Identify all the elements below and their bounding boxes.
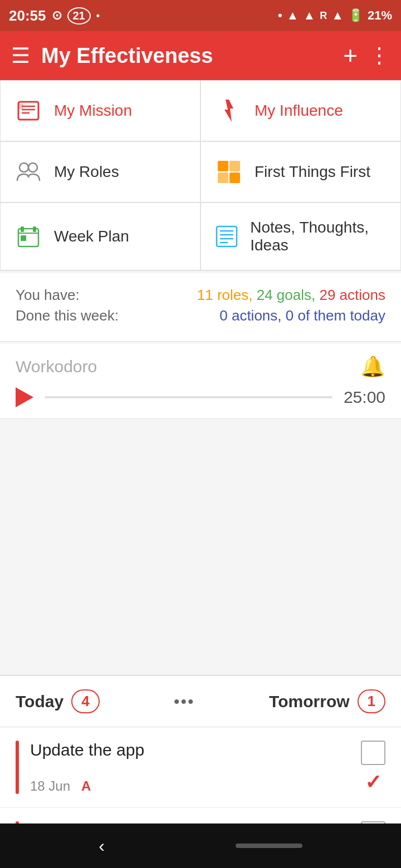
done-actions: 0 actions, <box>219 307 281 324</box>
stats-row-done: Done this week: 0 actions, 0 of them tod… <box>16 307 385 324</box>
bell-icon[interactable]: 🔔 <box>360 355 385 378</box>
add-button-icon[interactable]: + <box>343 42 358 70</box>
home-pill[interactable] <box>236 844 302 848</box>
svg-rect-8 <box>218 161 228 171</box>
my-mission-label: My Mission <box>54 102 132 120</box>
svg-rect-11 <box>229 172 240 183</box>
status-bar-right: • ▲ ▲ R ▲ 🔋 21% <box>278 8 392 23</box>
hamburger-menu-icon[interactable]: ☰ <box>11 43 30 68</box>
status-time: 20:55 <box>9 7 46 24</box>
done-this-week-label: Done this week: <box>16 307 119 324</box>
menu-item-my-influence[interactable]: My Influence <box>200 80 401 141</box>
tomorrow-tab[interactable]: Tomorrow 1 <box>269 689 385 713</box>
task-priority-bar <box>16 741 19 794</box>
battery-percent: 21% <box>368 8 392 23</box>
status-notification-badge: 21 <box>67 7 91 24</box>
stats-section: You have: 11 roles, 24 goals, 29 actions… <box>0 273 401 342</box>
menu-item-notes[interactable]: Notes, Thoughts, Ideas <box>200 203 401 270</box>
svg-rect-16 <box>21 235 26 241</box>
notes-icon <box>214 222 239 251</box>
status-dot: • <box>96 10 100 22</box>
today-count-badge: 4 <box>71 689 99 713</box>
workodoro-section: Workodoro 🔔 25:00 <box>0 344 401 419</box>
menu-item-my-roles[interactable]: My Roles <box>0 141 200 203</box>
svg-rect-14 <box>21 226 24 232</box>
my-influence-icon <box>214 96 243 125</box>
week-plan-icon <box>14 222 43 251</box>
tomorrow-count-badge: 1 <box>358 689 385 713</box>
task-tag: A <box>81 778 91 794</box>
workodoro-title: Workodoro <box>16 357 97 376</box>
back-button[interactable]: ‹ <box>99 836 105 856</box>
progress-bar <box>45 396 332 398</box>
svg-rect-17 <box>217 226 237 246</box>
svg-point-6 <box>19 163 28 172</box>
my-roles-label: My Roles <box>54 163 119 181</box>
task-meta: 18 Jun A <box>30 778 350 794</box>
svg-rect-4 <box>18 103 23 109</box>
first-things-first-icon <box>214 157 243 186</box>
roles-count: 11 roles, <box>197 287 253 303</box>
timer-value: 25:00 <box>344 388 385 407</box>
svg-rect-10 <box>218 172 228 183</box>
table-row: Update the app 18 Jun A ✓ <box>0 727 401 808</box>
my-influence-label: My Influence <box>255 102 343 120</box>
task-right-actions: ✓ <box>361 741 385 794</box>
menu-item-my-mission[interactable]: My Mission <box>0 80 200 141</box>
dots-menu-icon[interactable]: ••• <box>174 692 195 711</box>
you-have-label: You have: <box>16 287 80 304</box>
svg-point-7 <box>28 163 37 172</box>
workodoro-header: Workodoro 🔔 <box>16 355 385 378</box>
stats-values-row1: 11 roles, 24 goals, 29 actions <box>197 287 385 304</box>
menu-item-first-things-first[interactable]: First Things First <box>200 141 401 203</box>
task-date: 18 Jun <box>30 778 70 794</box>
status-bar-left: 20:55 ⊙ 21 • <box>9 7 100 24</box>
menu-grid: My Mission My Influence My Roles <box>0 80 401 271</box>
battery-icon: 🔋 <box>348 8 363 23</box>
my-mission-icon <box>14 96 43 125</box>
task-checkbox[interactable] <box>361 741 385 765</box>
tomorrow-label: Tomorrow <box>269 692 349 711</box>
status-circle-icon: ⊙ <box>52 8 62 23</box>
first-things-first-label: First Things First <box>255 163 370 181</box>
status-bar: 20:55 ⊙ 21 • • ▲ ▲ R ▲ 🔋 21% <box>0 0 401 31</box>
task-complete-checkmark[interactable]: ✓ <box>365 771 382 794</box>
task-content: Update the app 18 Jun A <box>30 741 350 794</box>
svg-marker-5 <box>224 100 233 122</box>
app-bar: ☰ My Effectiveness + ⋮ <box>0 31 401 80</box>
signal-icon-2: ▲ <box>303 8 315 23</box>
empty-content-area <box>0 419 401 675</box>
svg-rect-15 <box>33 226 36 232</box>
notes-label: Notes, Thoughts, Ideas <box>250 219 387 254</box>
svg-rect-9 <box>229 161 240 171</box>
menu-item-week-plan[interactable]: Week Plan <box>0 203 200 270</box>
day-tabs: Today 4 ••• Tomorrow 1 <box>0 675 401 727</box>
app-title: My Effectiveness <box>41 44 332 68</box>
done-today: 0 of them today <box>286 307 385 324</box>
stats-row-you-have: You have: 11 roles, 24 goals, 29 actions <box>16 287 385 304</box>
actions-count: 29 actions <box>319 287 385 303</box>
stats-values-row2: 0 actions, 0 of them today <box>219 307 385 324</box>
today-label: Today <box>16 692 63 711</box>
signal-icon-3: ▲ <box>331 8 344 23</box>
week-plan-label: Week Plan <box>54 228 129 245</box>
bottom-navigation: ‹ <box>0 823 401 868</box>
today-tab[interactable]: Today 4 <box>16 689 100 713</box>
workodoro-controls: 25:00 <box>16 387 385 407</box>
play-button[interactable] <box>16 387 33 407</box>
signal-icon: ▲ <box>287 8 299 23</box>
roaming-icon: R <box>320 10 327 22</box>
wifi-icon: • <box>278 8 282 23</box>
task-title: Update the app <box>30 741 350 760</box>
goals-count: 24 goals, <box>257 287 316 303</box>
my-roles-icon <box>14 157 43 186</box>
more-options-icon[interactable]: ⋮ <box>369 43 390 68</box>
